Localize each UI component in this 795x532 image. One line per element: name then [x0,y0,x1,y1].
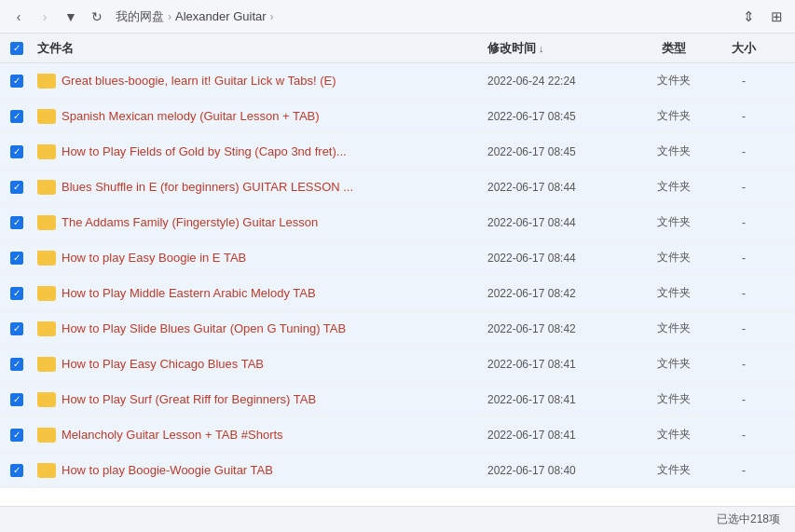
table-row[interactable]: How to Play Surf (Great Riff for Beginne… [0,382,795,417]
row-checkbox[interactable] [10,322,23,335]
row-name-cell: Great blues-boogie, learn it! Guitar Lic… [34,74,487,89]
row-name-text: Melancholy Guitar Lesson + TAB #Shorts [62,428,283,442]
breadcrumb: 我的网盘 › Alexander Guitar › [116,8,274,25]
header-check[interactable] [0,42,34,55]
forward-button[interactable]: › [34,6,56,28]
row-check[interactable] [0,393,34,406]
folder-icon [37,180,56,195]
sort-arrow-icon: ↓ [539,43,544,54]
row-checkbox[interactable] [10,75,23,88]
row-name-cell: How to Play Middle Eastern Arabic Melody… [34,286,487,301]
header-col-name[interactable]: 文件名 [34,40,487,57]
row-type: 文件夹 [637,250,711,266]
header-col-date[interactable]: 修改时间 ↓ [487,40,637,57]
row-name-text: Spanish Mexican melody (Guitar Lesson + … [62,109,320,123]
back-button[interactable]: ‹ [7,6,30,28]
row-date: 2022-06-17 08:41 [487,393,637,406]
row-checkbox[interactable] [10,216,23,229]
row-name-cell: The Addams Family (Fingerstyle) Guitar L… [34,215,487,230]
table-row[interactable]: Melancholy Guitar Lesson + TAB #Shorts 2… [0,417,795,453]
row-checkbox[interactable] [10,252,23,265]
breadcrumb-mycloud[interactable]: 我的网盘 [116,8,164,25]
row-check[interactable] [0,429,34,442]
toolbar-right: ⇕ ⊞ [737,6,788,28]
row-checkbox[interactable] [10,181,23,194]
row-name-cell: How to Play Slide Blues Guitar (Open G T… [34,321,487,336]
row-check[interactable] [0,181,34,194]
row-name-text: The Addams Family (Fingerstyle) Guitar L… [62,215,318,229]
status-selected: 已选中218项 [717,512,780,527]
row-name-text: How to Play Surf (Great Riff for Beginne… [62,392,316,406]
folder-icon [37,144,56,159]
toolbar: ‹ › ▼ ↻ 我的网盘 › Alexander Guitar › ⇕ ⊞ [0,0,795,34]
row-type: 文件夹 [637,285,711,301]
table-body: Great blues-boogie, learn it! Guitar Lic… [0,63,795,506]
row-checkbox[interactable] [10,429,23,442]
row-name-text: How to Play Fields of Gold by Sting (Cap… [62,144,347,158]
row-name-cell: Melancholy Guitar Lesson + TAB #Shorts [34,428,487,443]
header-checkbox[interactable] [10,42,23,55]
row-type: 文件夹 [637,214,711,230]
folder-icon [37,321,56,336]
table-row[interactable]: How to Play Middle Eastern Arabic Melody… [0,276,795,311]
table-row[interactable]: How to Play Fields of Gold by Sting (Cap… [0,134,795,170]
row-checkbox[interactable] [10,110,23,123]
folder-icon [37,392,56,407]
row-type: 文件夹 [637,462,711,478]
row-name-cell: How to play Boogie-Woogie Guitar TAB [34,463,487,478]
table-row[interactable]: How to play Boogie-Woogie Guitar TAB 202… [0,453,795,488]
folder-icon [37,286,56,301]
table-row[interactable]: Great blues-boogie, learn it! Guitar Lic… [0,63,795,99]
row-name-text: How to Play Middle Eastern Arabic Melody… [62,286,316,300]
table-row[interactable]: How to play Easy Boogie in E TAB 2022-06… [0,240,795,276]
row-type: 文件夹 [637,143,711,159]
folder-icon [37,357,56,372]
row-name-cell: How to Play Easy Chicago Blues TAB [34,357,487,372]
sort-button[interactable]: ⇕ [737,6,760,28]
folder-icon [37,251,56,266]
row-size: - [711,252,776,265]
table-row[interactable]: How to Play Easy Chicago Blues TAB 2022-… [0,347,795,382]
table-row[interactable]: Blues Shuffle in E (for beginners) GUITA… [0,170,795,205]
dropdown-button[interactable]: ▼ [60,6,82,28]
row-checkbox[interactable] [10,145,23,158]
row-size: - [711,429,776,442]
refresh-button[interactable]: ↻ [86,6,108,28]
breadcrumb-sep-1: › [168,10,171,23]
row-size: - [711,464,776,477]
row-name-text: How to Play Slide Blues Guitar (Open G T… [62,321,346,335]
row-check[interactable] [0,464,34,477]
breadcrumb-alexander[interactable]: Alexander Guitar [175,9,267,23]
row-name-text: How to play Easy Boogie in E TAB [62,251,246,265]
row-date: 2022-06-17 08:40 [487,464,637,477]
row-size: - [711,110,776,123]
row-date: 2022-06-17 08:42 [487,322,637,335]
row-name-cell: Spanish Mexican melody (Guitar Lesson + … [34,109,487,124]
row-checkbox[interactable] [10,287,23,300]
row-checkbox[interactable] [10,464,23,477]
row-check[interactable] [0,145,34,158]
row-check[interactable] [0,252,34,265]
view-button[interactable]: ⊞ [765,6,788,28]
row-type: 文件夹 [637,391,711,407]
row-size: - [711,181,776,194]
row-size: - [711,145,776,158]
row-check[interactable] [0,358,34,371]
row-check[interactable] [0,287,34,300]
row-size: - [711,322,776,335]
row-date: 2022-06-17 08:44 [487,181,637,194]
row-date: 2022-06-17 08:41 [487,358,637,371]
row-checkbox[interactable] [10,393,23,406]
header-col-type: 类型 [637,40,711,57]
row-check[interactable] [0,322,34,335]
row-check[interactable] [0,216,34,229]
table-row[interactable]: How to Play Slide Blues Guitar (Open G T… [0,311,795,347]
table-row[interactable]: The Addams Family (Fingerstyle) Guitar L… [0,205,795,240]
row-check[interactable] [0,75,34,88]
row-size: - [711,287,776,300]
table-row[interactable]: Spanish Mexican melody (Guitar Lesson + … [0,99,795,134]
row-check[interactable] [0,110,34,123]
row-size: - [711,358,776,371]
row-checkbox[interactable] [10,358,23,371]
row-name-text: How to play Boogie-Woogie Guitar TAB [62,463,273,477]
